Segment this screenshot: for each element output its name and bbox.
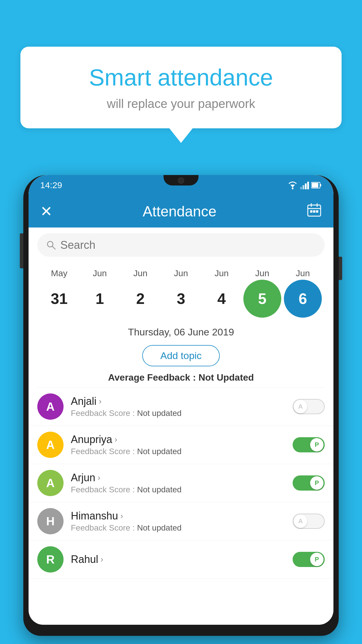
- chevron-arjun: ›: [98, 473, 100, 482]
- signal-icon: [300, 181, 309, 189]
- chevron-rahul: ›: [101, 555, 103, 564]
- toggle-container-arjun[interactable]: P: [293, 475, 325, 491]
- student-name-himanshu: Himanshu ›: [71, 510, 285, 522]
- calendar-month-1: Jun: [81, 268, 119, 278]
- calendar-button[interactable]: [307, 202, 322, 221]
- calendar-months: May Jun Jun Jun Jun Jun Jun: [37, 268, 325, 278]
- chevron-anjali: ›: [99, 397, 101, 406]
- student-avatar-rahul: R: [37, 546, 64, 573]
- calendar-date-4[interactable]: 4: [203, 280, 240, 318]
- battery-icon: [311, 182, 322, 189]
- attendance-toggle-anjali[interactable]: A: [293, 399, 325, 414]
- student-name-arjun: Arjun ›: [71, 472, 285, 484]
- student-feedback-anupriya: Feedback Score : Not updated: [71, 447, 285, 456]
- calendar-date-2[interactable]: 2: [122, 280, 159, 318]
- student-info-anjali: Anjali › Feedback Score : Not updated: [71, 395, 285, 418]
- chevron-anupriya: ›: [115, 435, 117, 444]
- calendar-date-1[interactable]: 1: [81, 280, 119, 318]
- student-name-anjali: Anjali ›: [71, 395, 285, 407]
- toggle-container-anupriya[interactable]: P: [293, 437, 325, 452]
- speech-bubble-subtitle: will replace your paperwork: [44, 97, 318, 111]
- phone-notch: [164, 175, 198, 186]
- student-item[interactable]: A Anjali › Feedback Score : Not updated …: [29, 388, 333, 426]
- status-icons: [287, 181, 322, 189]
- search-bar[interactable]: [37, 233, 325, 257]
- attendance-toggle-arjun[interactable]: P: [293, 475, 325, 491]
- student-avatar-anjali: A: [37, 393, 64, 420]
- student-info-himanshu: Himanshu › Feedback Score : Not updated: [71, 510, 285, 533]
- student-name-anupriya: Anupriya ›: [71, 433, 285, 446]
- student-name-rahul: Rahul ›: [71, 553, 285, 566]
- student-feedback-anjali: Feedback Score : Not updated: [71, 409, 285, 418]
- speech-bubble-title: Smart attendance: [44, 64, 318, 91]
- phone-outer: 14:29: [23, 175, 339, 636]
- student-info-arjun: Arjun › Feedback Score : Not updated: [71, 472, 285, 494]
- app-bar: ✕ Attendance: [29, 195, 333, 228]
- student-list: A Anjali › Feedback Score : Not updated …: [29, 388, 333, 579]
- student-info-anupriya: Anupriya › Feedback Score : Not updated: [71, 433, 285, 456]
- calendar-date-3[interactable]: 3: [162, 280, 200, 318]
- svg-rect-4: [305, 183, 307, 189]
- svg-rect-5: [307, 182, 309, 189]
- student-avatar-anupriya: A: [37, 432, 64, 458]
- calendar-month-2: Jun: [122, 268, 159, 278]
- avg-feedback-label: Average Feedback :: [108, 372, 198, 383]
- svg-point-1: [292, 188, 294, 189]
- phone-container: 14:29: [23, 169, 339, 644]
- speech-bubble: Smart attendance will replace your paper…: [20, 47, 342, 128]
- phone-screen: 14:29: [29, 175, 333, 625]
- student-item[interactable]: H Himanshu › Feedback Score : Not update…: [29, 502, 333, 540]
- student-item[interactable]: R Rahul › P: [29, 540, 333, 579]
- avg-feedback: Average Feedback : Not Updated: [29, 372, 333, 383]
- speech-bubble-container: Smart attendance will replace your paper…: [20, 47, 342, 143]
- attendance-toggle-himanshu[interactable]: A: [293, 514, 325, 529]
- selected-date-text: Thursday, 06 June 2019: [29, 326, 333, 338]
- svg-rect-3: [303, 185, 304, 189]
- calendar-dates: 31 1 2 3 4 5 6: [37, 280, 325, 318]
- toggle-knob-anupriya: P: [310, 438, 324, 452]
- speech-bubble-arrow: [169, 128, 193, 143]
- status-time: 14:29: [40, 180, 62, 190]
- toggle-container-anjali[interactable]: A: [293, 399, 325, 414]
- toggle-knob-arjun: P: [310, 476, 324, 490]
- calendar-month-6: Jun: [284, 268, 322, 278]
- calendar-month-4: Jun: [203, 268, 240, 278]
- calendar-date-5[interactable]: 5: [243, 280, 281, 318]
- student-item[interactable]: A Arjun › Feedback Score : Not updated P: [29, 464, 333, 502]
- svg-line-17: [52, 246, 55, 249]
- svg-rect-8: [312, 183, 318, 188]
- avg-feedback-value: Not Updated: [198, 372, 254, 383]
- student-item[interactable]: A Anupriya › Feedback Score : Not update…: [29, 426, 333, 464]
- date-info: Thursday, 06 June 2019: [29, 321, 333, 342]
- toggle-knob-himanshu: A: [294, 514, 307, 528]
- student-info-rahul: Rahul ›: [71, 553, 285, 566]
- student-feedback-arjun: Feedback Score : Not updated: [71, 485, 285, 494]
- calendar-date-31[interactable]: 31: [40, 280, 78, 318]
- attendance-toggle-rahul[interactable]: P: [293, 552, 325, 567]
- toggle-container-himanshu[interactable]: A: [293, 514, 325, 529]
- add-topic-button[interactable]: Add topic: [142, 345, 220, 366]
- calendar-month-0: May: [40, 268, 78, 278]
- toggle-knob-anjali: A: [294, 400, 307, 413]
- calendar-date-6[interactable]: 6: [284, 280, 322, 318]
- toggle-knob-rahul: P: [310, 553, 324, 566]
- toggle-container-rahul[interactable]: P: [293, 552, 325, 567]
- svg-rect-2: [300, 187, 302, 189]
- student-feedback-himanshu: Feedback Score : Not updated: [71, 523, 285, 533]
- svg-rect-15: [316, 210, 318, 213]
- search-icon: [46, 240, 56, 250]
- attendance-toggle-anupriya[interactable]: P: [293, 437, 325, 452]
- phone-camera: [178, 177, 184, 184]
- svg-rect-13: [310, 210, 312, 213]
- chevron-himanshu: ›: [120, 511, 123, 521]
- calendar-month-3: Jun: [162, 268, 200, 278]
- calendar-icon: [307, 202, 322, 217]
- close-button[interactable]: ✕: [40, 203, 52, 220]
- svg-marker-0: [290, 185, 295, 188]
- student-avatar-arjun: A: [37, 470, 64, 496]
- student-avatar-himanshu: H: [37, 508, 64, 534]
- calendar-strip: May Jun Jun Jun Jun Jun Jun 31 1 2 3 4 5…: [29, 262, 333, 321]
- search-input[interactable]: [60, 239, 316, 251]
- app-bar-title: Attendance: [143, 203, 217, 220]
- wifi-icon: [287, 181, 298, 189]
